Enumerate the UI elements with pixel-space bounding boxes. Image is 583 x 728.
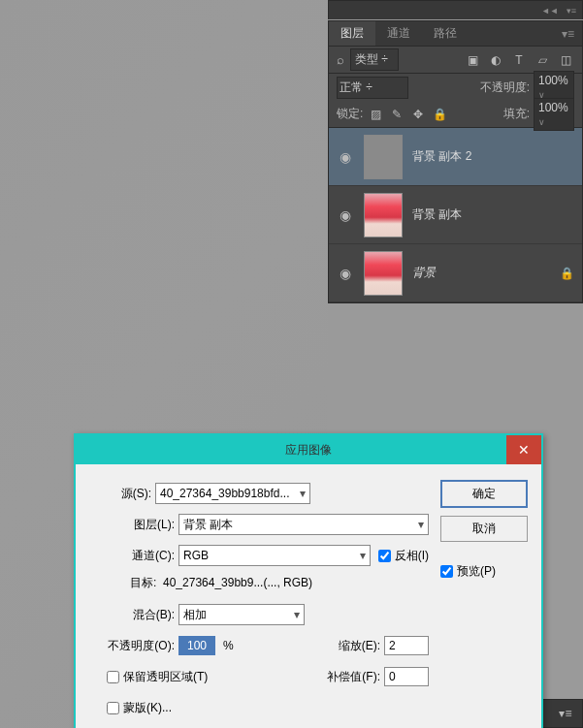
layer-thumbnail[interactable]	[364, 251, 403, 296]
layer-row[interactable]: ◉ 背景 副本	[329, 186, 582, 244]
layer-name[interactable]: 背景	[412, 265, 550, 281]
lock-all-icon[interactable]: 🔒	[431, 106, 448, 123]
source-select[interactable]: 40_27364_39bb918bfd...	[155, 483, 310, 504]
dialog-body: 源(S): 40_27364_39bb918bfd... 图层(L): 背景 副…	[76, 464, 541, 728]
panel-menu-icon[interactable]: ▾≡	[567, 6, 576, 16]
preserve-checkbox[interactable]: 保留透明区域(T)	[107, 669, 208, 685]
channel-label: 通道(C):	[89, 548, 178, 564]
tab-channels[interactable]: 通道	[375, 21, 422, 46]
lock-label: 锁定:	[337, 106, 363, 122]
channel-select[interactable]: RGB	[178, 545, 371, 566]
percent-label: %	[223, 639, 234, 652]
tab-paths[interactable]: 路径	[422, 21, 469, 46]
fill-label: 填充:	[503, 106, 530, 122]
dlg-opacity-input[interactable]	[178, 636, 215, 655]
lock-move-icon[interactable]: ✥	[409, 106, 427, 123]
cancel-button[interactable]: 取消	[440, 516, 528, 542]
lock-transparent-icon[interactable]: ▨	[367, 106, 384, 123]
layer-row[interactable]: ◉ 背景 🔒	[329, 244, 582, 302]
fill-value[interactable]: 100% ∨	[534, 98, 574, 131]
offset-label: 补偿值(F):	[291, 669, 384, 685]
layers-panel: 图层 通道 路径 ▾≡ ⌕ 类型 ÷ ▣ ◐ T ▱ ◫ 正常 ÷ 不透明度: …	[328, 20, 583, 303]
opacity-label: 不透明度:	[480, 79, 530, 96]
dialog-title: 应用图像	[285, 442, 332, 459]
mask-checkbox[interactable]: 蒙版(K)...	[107, 700, 172, 716]
footer-menu-icon[interactable]: ▾≡	[557, 705, 574, 722]
panel-menu-icon[interactable]: ▾≡	[554, 27, 582, 41]
invert-checkbox[interactable]: 反相(I)	[378, 548, 429, 564]
visibility-icon[interactable]: ◉	[337, 266, 354, 281]
blend-label: 混合(B):	[89, 607, 178, 623]
filter-type-select[interactable]: 类型 ÷	[350, 48, 399, 71]
layer-name[interactable]: 背景 副本 2	[412, 148, 574, 165]
panel-tabs: 图层 通道 路径 ▾≡	[329, 21, 582, 47]
tab-layers[interactable]: 图层	[329, 21, 375, 46]
chevron-left-icon[interactable]: ◄◄	[541, 6, 559, 16]
filter-row: ⌕ 类型 ÷ ▣ ◐ T ▱ ◫	[329, 47, 582, 74]
scale-label: 缩放(E):	[291, 638, 384, 654]
layer-thumbnail[interactable]	[364, 135, 403, 179]
apply-image-dialog: 应用图像 ✕ 源(S): 40_27364_39bb918bfd... 图层(L…	[74, 433, 543, 728]
lock-icon: 🔒	[560, 267, 574, 280]
source-label: 源(S):	[89, 486, 155, 502]
filter-shape-icon[interactable]: ▱	[534, 51, 551, 69]
filter-smart-icon[interactable]: ◫	[557, 51, 574, 69]
layers-list: ◉ 背景 副本 2 ◉ 背景 副本 ◉ 背景 🔒	[329, 128, 582, 302]
dlg-opacity-label: 不透明度(O):	[89, 638, 178, 654]
filter-type-icon[interactable]: T	[510, 51, 528, 69]
layer-thumbnail[interactable]	[364, 193, 403, 237]
lock-brush-icon[interactable]: ✎	[388, 106, 405, 123]
blend-select[interactable]: 相加	[178, 604, 305, 625]
visibility-icon[interactable]: ◉	[337, 149, 354, 165]
offset-input[interactable]	[384, 667, 429, 686]
scale-input[interactable]	[384, 636, 429, 655]
preview-checkbox[interactable]: 预览(P)	[440, 563, 528, 580]
close-button[interactable]: ✕	[506, 435, 541, 464]
layer-select[interactable]: 背景 副本	[178, 514, 429, 535]
blend-mode-select[interactable]: 正常 ÷	[337, 77, 408, 99]
filter-adjustment-icon[interactable]: ◐	[487, 51, 504, 69]
target-text: 目标: 40_27364_39bb9...(..., RGB)	[130, 575, 429, 591]
layer-row[interactable]: ◉ 背景 副本 2	[329, 128, 582, 186]
search-icon: ⌕	[337, 52, 344, 67]
layer-label: 图层(L):	[89, 517, 178, 533]
filter-pixel-icon[interactable]: ▣	[464, 51, 481, 69]
lock-row: 锁定: ▨ ✎ ✥ 🔒 填充: 100% ∨	[329, 101, 582, 128]
dialog-titlebar[interactable]: 应用图像 ✕	[76, 435, 541, 464]
ok-button[interactable]: 确定	[440, 480, 528, 508]
panel-docking-header: ◄◄ ▾≡	[328, 0, 583, 19]
visibility-icon[interactable]: ◉	[337, 207, 354, 223]
layer-name[interactable]: 背景 副本	[412, 206, 574, 223]
